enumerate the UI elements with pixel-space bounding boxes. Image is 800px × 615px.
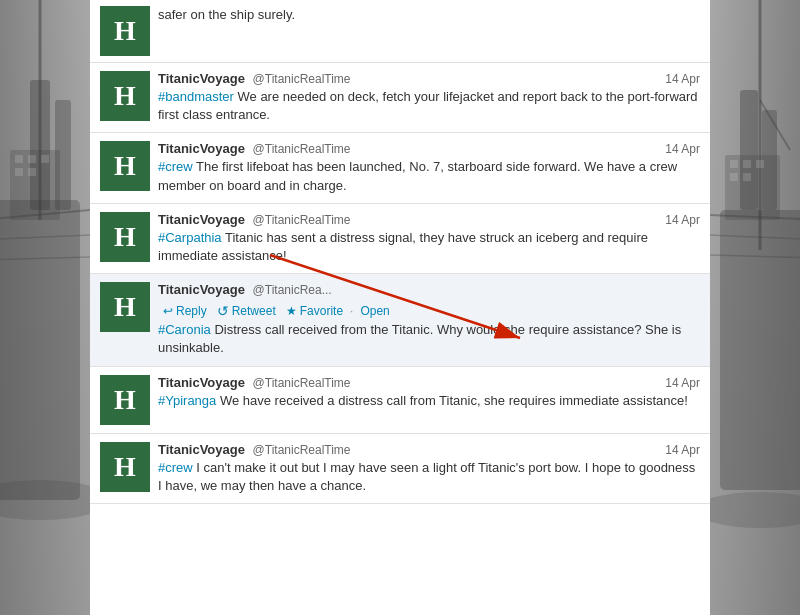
tweet-actions-4: ↩ Reply ↺ Retweet ★ Favorite · Open (158, 301, 700, 321)
svg-rect-25 (730, 173, 738, 181)
tweet-feed: H safer on the ship surely. H TitanicVoy… (90, 0, 710, 615)
svg-rect-0 (0, 200, 80, 500)
svg-rect-10 (28, 155, 36, 163)
svg-point-27 (695, 492, 800, 528)
tweet-author-6[interactable]: TitanicVoyage (158, 442, 245, 457)
svg-rect-22 (730, 160, 738, 168)
tweet-body-2: TitanicVoyage @TitanicRealTime 14 Apr #c… (158, 141, 700, 194)
tweet-body-1: TitanicVoyage @TitanicRealTime 14 Apr #b… (158, 71, 700, 124)
tweet-hashtag-1[interactable]: #bandmaster (158, 89, 234, 104)
favorite-label[interactable]: Favorite (300, 304, 343, 318)
svg-rect-11 (41, 155, 49, 163)
star-icon: ★ (286, 304, 297, 318)
tweet-body-4: TitanicVoyage @TitanicRea... ↩ Reply ↺ R… (158, 282, 700, 357)
svg-rect-17 (720, 210, 800, 490)
tweet-author-4[interactable]: TitanicVoyage (158, 282, 245, 297)
retweet-button[interactable]: ↺ Retweet (212, 301, 281, 321)
avatar-4: H (100, 282, 150, 332)
tweet-list: H safer on the ship surely. H TitanicVoy… (90, 0, 710, 504)
svg-rect-9 (15, 155, 23, 163)
svg-rect-12 (15, 168, 23, 176)
reply-icon: ↩ (163, 304, 173, 318)
tweet-handle-3[interactable]: @TitanicRealTime (253, 213, 351, 227)
tweet-hashtag-4[interactable]: #Caronia (158, 322, 211, 337)
reply-label[interactable]: Reply (176, 304, 207, 318)
favorite-button[interactable]: ★ Favorite (281, 302, 348, 320)
avatar-3: H (100, 212, 150, 262)
reply-button[interactable]: ↩ Reply (158, 302, 212, 320)
tweet-item-6: H TitanicVoyage @TitanicRealTime 14 Apr … (90, 434, 710, 504)
tweet-item-partial: H safer on the ship surely. (90, 0, 710, 63)
tweet-item-5: H TitanicVoyage @TitanicRealTime 14 Apr … (90, 367, 710, 434)
svg-rect-13 (28, 168, 36, 176)
tweet-item-3: H TitanicVoyage @TitanicRealTime 14 Apr … (90, 204, 710, 274)
tweet-date-1: 14 Apr (665, 72, 700, 86)
tweet-author-1[interactable]: TitanicVoyage (158, 71, 245, 86)
avatar-1: H (100, 71, 150, 121)
tweet-header-6: TitanicVoyage @TitanicRealTime 14 Apr (158, 442, 700, 457)
tweet-author-3[interactable]: TitanicVoyage (158, 212, 245, 227)
tweet-item-1: H TitanicVoyage @TitanicRealTime 14 Apr … (90, 63, 710, 133)
open-button[interactable]: Open (355, 302, 394, 320)
retweet-label[interactable]: Retweet (232, 304, 276, 318)
tweet-author-5[interactable]: TitanicVoyage (158, 375, 245, 390)
tweet-header-1: TitanicVoyage @TitanicRealTime 14 Apr (158, 71, 700, 86)
tweet-text-partial: safer on the ship surely. (158, 7, 295, 22)
action-separator: · (350, 304, 353, 318)
svg-rect-26 (743, 173, 751, 181)
tweet-item-4[interactable]: H TitanicVoyage @TitanicRea... ↩ Reply (90, 274, 710, 366)
tweet-handle-5[interactable]: @TitanicRealTime (253, 376, 351, 390)
tweet-body-partial: safer on the ship surely. (158, 6, 700, 56)
tweet-hashtag-3[interactable]: #Carpathia (158, 230, 222, 245)
svg-rect-24 (756, 160, 764, 168)
tweet-author-2[interactable]: TitanicVoyage (158, 141, 245, 156)
tweet-body-5: TitanicVoyage @TitanicRealTime 14 Apr #Y… (158, 375, 700, 425)
tweet-text-1: #bandmaster We are needed on deck, fetch… (158, 88, 700, 124)
avatar-2: H (100, 141, 150, 191)
tweet-handle-1[interactable]: @TitanicRealTime (253, 72, 351, 86)
tweet-date-2: 14 Apr (665, 142, 700, 156)
tweet-text-5: #Ypiranga We have received a distress ca… (158, 392, 700, 410)
tweet-handle-2[interactable]: @TitanicRealTime (253, 142, 351, 156)
tweet-handle-4[interactable]: @TitanicRea... (253, 283, 332, 297)
tweet-date-6: 14 Apr (665, 443, 700, 457)
tweet-hashtag-2[interactable]: #crew (158, 159, 193, 174)
tweet-date-5: 14 Apr (665, 376, 700, 390)
tweet-text-6: #crew I can't make it out but I may have… (158, 459, 700, 495)
tweet-handle-6[interactable]: @TitanicRealTime (253, 443, 351, 457)
tweet-body-6: TitanicVoyage @TitanicRealTime 14 Apr #c… (158, 442, 700, 495)
tweet-header-5: TitanicVoyage @TitanicRealTime 14 Apr (158, 375, 700, 390)
tweet-header-2: TitanicVoyage @TitanicRealTime 14 Apr (158, 141, 700, 156)
tweet-item-2: H TitanicVoyage @TitanicRealTime 14 Apr … (90, 133, 710, 203)
tweet-text-4: #Caronia Distress call received from the… (158, 321, 700, 357)
tweet-hashtag-6[interactable]: #crew (158, 460, 193, 475)
svg-rect-23 (743, 160, 751, 168)
tweet-header-3: TitanicVoyage @TitanicRealTime 14 Apr (158, 212, 700, 227)
avatar-6: H (100, 442, 150, 492)
avatar-partial: H (100, 6, 150, 56)
tweet-text-2: #crew The first lifeboat has been launch… (158, 158, 700, 194)
avatar-5: H (100, 375, 150, 425)
tweet-text-3: #Carpathia Titanic has sent a distress s… (158, 229, 700, 265)
tweet-header-4: TitanicVoyage @TitanicRea... (158, 282, 700, 297)
open-label[interactable]: Open (360, 304, 389, 318)
tweet-body-3: TitanicVoyage @TitanicRealTime 14 Apr #C… (158, 212, 700, 265)
retweet-icon: ↺ (217, 303, 229, 319)
tweet-date-3: 14 Apr (665, 213, 700, 227)
tweet-hashtag-5[interactable]: #Ypiranga (158, 393, 216, 408)
